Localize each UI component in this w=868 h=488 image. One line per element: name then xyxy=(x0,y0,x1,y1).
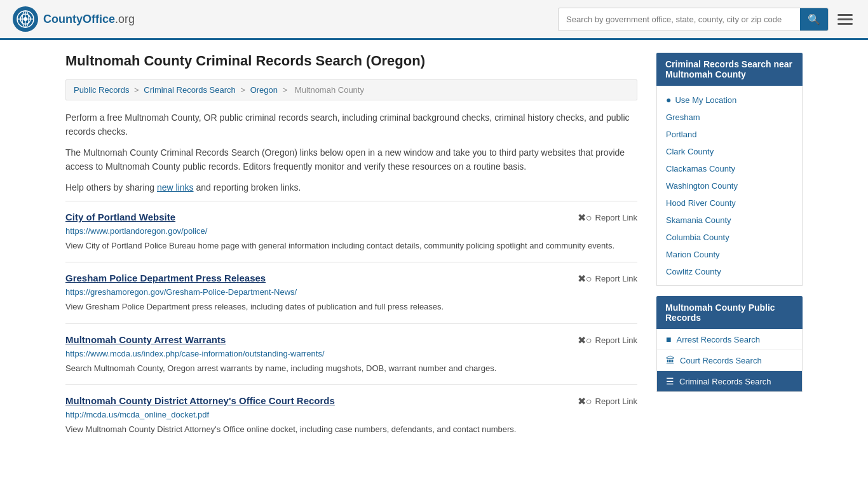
sidebar-nearby-container: GreshamPortlandClark CountyClackamas Cou… xyxy=(657,109,802,280)
site-header: CountyOffice.org 🔍 xyxy=(0,0,868,40)
result-header: Multnomah County Arrest Warrants ✖○ Repo… xyxy=(65,334,637,346)
result-desc: View City of Portland Police Bureau home… xyxy=(65,240,637,252)
sidebar-nearby-link[interactable]: Portland xyxy=(657,126,802,143)
report-icon: ✖○ xyxy=(578,395,592,407)
record-label: Arrest Records Search xyxy=(676,335,760,344)
menu-button[interactable] xyxy=(835,11,855,27)
result-desc: View Multnomah County District Attorney'… xyxy=(65,423,637,436)
result-item: Multnomah County District Attorney's Off… xyxy=(65,384,637,446)
sidebar-nearby-link[interactable]: Skamania County xyxy=(657,212,802,229)
sidebar-nearby-link[interactable]: Cowlitz County xyxy=(657,263,802,280)
result-title[interactable]: Gresham Police Department Press Releases xyxy=(65,273,266,283)
result-title[interactable]: Multnomah County District Attorney's Off… xyxy=(65,395,335,406)
result-item: Multnomah County Arrest Warrants ✖○ Repo… xyxy=(65,323,637,385)
breadcrumb-public-records[interactable]: Public Records xyxy=(74,85,129,95)
breadcrumb-oregon[interactable]: Oregon xyxy=(250,85,278,95)
main-container: Multnomah County Criminal Records Search… xyxy=(53,40,815,459)
report-link[interactable]: ✖○ Report Link xyxy=(578,212,637,224)
sidebar-section2: Multnomah County Public Records ■Arrest … xyxy=(656,296,803,392)
sidebar: Criminal Records Search near Multnomah C… xyxy=(656,53,803,446)
sidebar-nearby-links: ● Use My Location GreshamPortlandClark C… xyxy=(656,86,803,286)
new-links[interactable]: new links xyxy=(157,182,194,193)
breadcrumb-criminal-records[interactable]: Criminal Records Search xyxy=(144,85,236,95)
page-title: Multnomah County Criminal Records Search… xyxy=(65,53,637,69)
result-url[interactable]: https://www.portlandoregon.gov/police/ xyxy=(65,226,637,236)
breadcrumb-current: Multnomah County xyxy=(295,85,364,95)
record-icon: ■ xyxy=(666,334,671,344)
sidebar-nearby-link[interactable]: Clark County xyxy=(657,143,802,160)
logo-icon xyxy=(13,6,38,32)
record-label: Court Records Search xyxy=(680,356,762,365)
result-url[interactable]: https://greshamoregon.gov/Gresham-Police… xyxy=(65,287,637,297)
sidebar-nearby-link[interactable]: Clackamas County xyxy=(657,160,802,177)
report-icon: ✖○ xyxy=(578,273,592,285)
sidebar-section1-header: Criminal Records Search near Multnomah C… xyxy=(656,53,803,86)
sidebar-record-item[interactable]: 🏛Court Records Search xyxy=(657,350,802,371)
report-link[interactable]: ✖○ Report Link xyxy=(578,273,637,285)
record-label: Criminal Records Search xyxy=(679,377,771,386)
search-input[interactable] xyxy=(559,10,800,29)
result-header: Multnomah County District Attorney's Off… xyxy=(65,395,637,407)
search-button[interactable]: 🔍 xyxy=(800,8,828,30)
sidebar-records-list: ■Arrest Records Search🏛Court Records Sea… xyxy=(656,329,803,392)
results-container: City of Portland Website ✖○ Report Link … xyxy=(65,201,637,446)
search-box: 🔍 xyxy=(558,8,829,31)
main-content: Multnomah County Criminal Records Search… xyxy=(65,53,637,446)
sidebar-record-item[interactable]: ■Arrest Records Search xyxy=(657,329,802,350)
use-my-location[interactable]: ● Use My Location xyxy=(657,91,802,109)
logo-text: CountyOffice.org xyxy=(43,13,135,26)
sidebar-nearby-link[interactable]: Hood River County xyxy=(657,194,802,212)
result-title[interactable]: City of Portland Website xyxy=(65,212,175,222)
result-header: Gresham Police Department Press Releases… xyxy=(65,273,637,285)
result-url[interactable]: http://mcda.us/mcda_online_docket.pdf xyxy=(65,410,637,419)
report-icon: ✖○ xyxy=(578,212,592,224)
svg-point-5 xyxy=(24,17,27,21)
breadcrumb: Public Records > Criminal Records Search… xyxy=(65,79,637,100)
logo-area: CountyOffice.org xyxy=(13,6,135,32)
sidebar-nearby-link[interactable]: Washington County xyxy=(657,177,802,194)
description-para2: The Multnomah County Criminal Records Se… xyxy=(65,146,637,174)
sidebar-nearby-link[interactable]: Gresham xyxy=(657,109,802,126)
description-para1: Perform a free Multnomah County, OR publ… xyxy=(65,111,637,139)
result-item: City of Portland Website ✖○ Report Link … xyxy=(65,201,637,262)
report-icon: ✖○ xyxy=(578,334,592,346)
report-link[interactable]: ✖○ Report Link xyxy=(578,334,637,346)
location-icon: ● xyxy=(666,95,671,105)
sidebar-record-item[interactable]: ☰Criminal Records Search xyxy=(657,371,802,391)
header-right: 🔍 xyxy=(558,8,855,31)
description-para3: Help others by sharing new links and rep… xyxy=(65,180,637,194)
result-header: City of Portland Website ✖○ Report Link xyxy=(65,212,637,224)
sidebar-nearby-link[interactable]: Marion County xyxy=(657,246,802,263)
report-link[interactable]: ✖○ Report Link xyxy=(578,395,637,407)
result-desc: View Gresham Police Department press rel… xyxy=(65,301,637,313)
result-item: Gresham Police Department Press Releases… xyxy=(65,262,637,323)
sidebar-nearby-link[interactable]: Columbia County xyxy=(657,229,802,246)
result-title[interactable]: Multnomah County Arrest Warrants xyxy=(65,334,226,345)
sidebar-section2-header: Multnomah County Public Records xyxy=(656,296,803,329)
result-desc: Search Multnomah County, Oregon arrest w… xyxy=(65,362,637,375)
record-icon: ☰ xyxy=(666,376,674,386)
result-url[interactable]: https://www.mcda.us/index.php/case-infor… xyxy=(65,349,637,358)
record-icon: 🏛 xyxy=(666,355,675,365)
